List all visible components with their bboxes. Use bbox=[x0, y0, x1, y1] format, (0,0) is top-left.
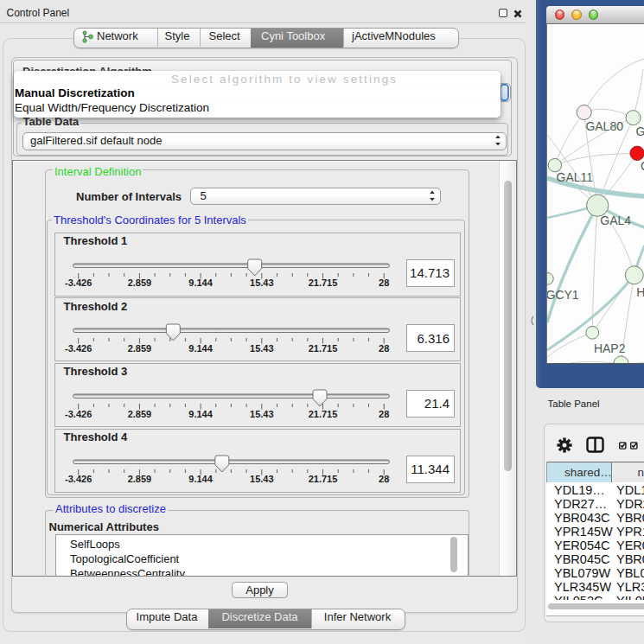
svg-text:GAL4: GAL4 bbox=[600, 213, 631, 226]
svg-text:GA: GA bbox=[635, 124, 644, 138]
svg-text:GAL80: GAL80 bbox=[585, 119, 623, 133]
svg-text:HAP2: HAP2 bbox=[593, 341, 625, 355]
svg-text:H: H bbox=[636, 284, 644, 298]
svg-text:C: C bbox=[640, 159, 644, 173]
svg-text:GAL11: GAL11 bbox=[556, 170, 593, 184]
svg-text:GCY1: GCY1 bbox=[547, 287, 579, 301]
